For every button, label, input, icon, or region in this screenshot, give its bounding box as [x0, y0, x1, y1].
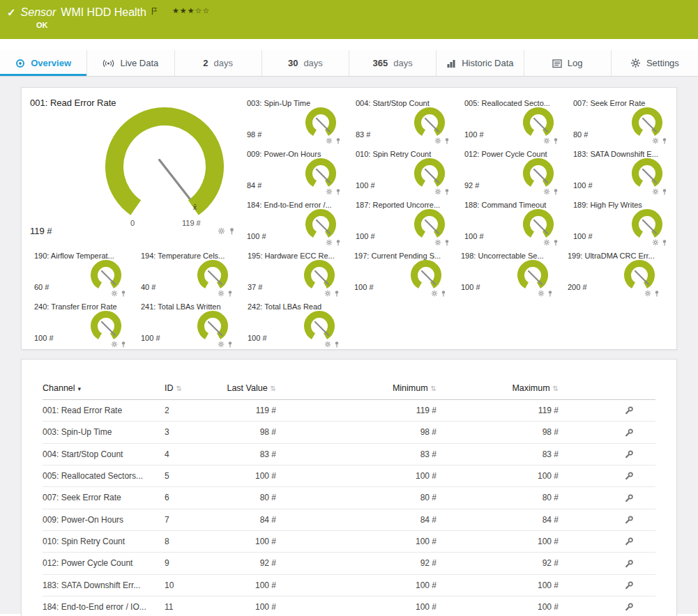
channel-name[interactable]: 012: Power Cycle Count — [43, 553, 165, 574]
gauge-pin-icon[interactable] — [552, 239, 559, 246]
column-header-channel[interactable]: Channel▾ — [43, 383, 165, 400]
column-header-maximum[interactable]: Maximum⇅ — [437, 383, 559, 400]
gauge-pin-icon[interactable] — [335, 239, 342, 246]
gauge-pin-icon[interactable] — [120, 341, 127, 348]
tab-30-days[interactable]: 30 days — [261, 50, 349, 76]
gauge-cell[interactable]: 195: Hardware ECC Re... 37 # — [242, 247, 349, 298]
gauge-settings-icon[interactable] — [326, 137, 333, 144]
gauge-settings-icon[interactable] — [111, 341, 118, 348]
gauge-cell[interactable]: 004: Start/Stop Count 83 # — [350, 95, 459, 146]
gauge-pin-icon[interactable] — [661, 188, 668, 195]
gauge-pin-icon[interactable] — [335, 188, 342, 195]
gauge-pin-icon[interactable] — [661, 239, 668, 246]
channel-name[interactable]: 001: Read Error Rate — [43, 400, 165, 422]
gauge-settings-icon[interactable] — [644, 290, 651, 297]
gauge-cell[interactable]: 183: SATA Downshift E... 100 # — [568, 146, 676, 197]
gauge-cell[interactable]: 190: Airflow Temperat... 60 # — [29, 247, 135, 298]
gauge-settings-icon[interactable] — [326, 188, 333, 195]
channel-settings-icon[interactable] — [624, 450, 633, 459]
channel-settings-icon[interactable] — [624, 429, 633, 438]
gauge-cell[interactable]: 187: Reported Uncorre... 100 # — [350, 197, 459, 247]
gauge-cell[interactable]: 240: Transfer Error Rate 100 # — [29, 298, 135, 349]
tab-live-data[interactable]: Live Data — [86, 50, 174, 76]
gauge-cell[interactable]: 188: Command Timeout 100 # — [459, 197, 568, 247]
gauge-cell[interactable]: 194: Temperature Cels... 40 # — [135, 247, 242, 298]
gauge-pin-icon[interactable] — [440, 290, 447, 297]
tab-overview[interactable]: Overview — [0, 50, 86, 76]
column-header-minimum[interactable]: Minimum⇅ — [276, 383, 437, 400]
gauge-cell[interactable]: 242: Total LBAs Read 100 # — [242, 298, 349, 349]
channel-settings-icon[interactable] — [624, 560, 633, 569]
gauge-settings-icon[interactable] — [324, 341, 331, 348]
gauge-settings-icon[interactable] — [431, 290, 438, 297]
gauge-pin-icon[interactable] — [335, 137, 342, 144]
gauge-pin-icon[interactable] — [333, 290, 340, 297]
gauge-pin-icon[interactable] — [227, 290, 234, 297]
gauge-cell[interactable]: 189: High Fly Writes 100 # — [568, 197, 676, 247]
priority-stars[interactable]: ★★★☆☆ — [172, 6, 210, 15]
gauge-cell[interactable]: 198: Uncorrectable Se... 100 # — [455, 247, 562, 298]
channel-settings-icon[interactable] — [624, 581, 633, 590]
gauge-cell[interactable]: 012: Power Cycle Count 92 # — [459, 146, 568, 197]
channel-settings-icon[interactable] — [624, 537, 633, 546]
gauge-pin-icon[interactable] — [333, 341, 340, 348]
gauge-settings-icon[interactable] — [543, 137, 550, 144]
channel-settings-icon[interactable] — [624, 494, 633, 503]
gauge-pin-icon[interactable] — [228, 227, 236, 235]
gauge-pin-icon[interactable] — [653, 290, 660, 297]
gauge-settings-icon[interactable] — [326, 239, 333, 246]
tab-settings[interactable]: Settings — [611, 50, 698, 76]
gauge-pin-icon[interactable] — [443, 137, 450, 144]
gauge-cell[interactable]: 197: Current Pending S... 100 # — [349, 247, 455, 298]
channel-name[interactable]: 004: Start/Stop Count — [43, 443, 165, 465]
gauge-settings-icon[interactable] — [538, 290, 545, 297]
channel-name[interactable]: 009: Power-On Hours — [43, 509, 165, 530]
gauge-cell[interactable]: 003: Spin-Up Time 98 # — [241, 95, 350, 146]
gauge-settings-icon[interactable] — [218, 341, 225, 348]
gauge-cell[interactable]: 010: Spin Retry Count 100 # — [350, 146, 459, 197]
channel-name[interactable]: 184: End-to-End error / IO... — [43, 596, 165, 616]
gauge-read-error-rate[interactable]: 001: Read Error Rate 0 119 # x̄ 119 # — [22, 88, 241, 247]
flag-icon[interactable] — [151, 7, 158, 15]
gauge-settings-icon[interactable] — [218, 290, 225, 297]
gauge-pin-icon[interactable] — [547, 290, 554, 297]
gauge-pin-icon[interactable] — [552, 137, 559, 144]
gauge-settings-icon[interactable] — [434, 239, 441, 246]
gauge-pin-icon[interactable] — [443, 188, 450, 195]
gauge-pin-icon[interactable] — [443, 239, 450, 246]
channel-settings-icon[interactable] — [624, 516, 633, 525]
gauge-settings-icon[interactable] — [543, 239, 550, 246]
channel-name[interactable]: 005: Reallocated Sectors... — [43, 465, 165, 486]
tab-historic-data[interactable]: Historic Data — [436, 50, 523, 76]
column-header-last-value[interactable]: Last Value⇅ — [210, 383, 276, 400]
channel-name[interactable]: 003: Spin-Up Time — [43, 422, 165, 443]
gauge-cell[interactable]: 007: Seek Error Rate 80 # — [568, 95, 676, 146]
gauge-settings-icon[interactable] — [543, 188, 550, 195]
gauge-cell[interactable]: 005: Reallocated Secto... 100 # — [459, 95, 568, 146]
gauge-cell[interactable]: 199: UltraDMA CRC Err... 200 # — [562, 247, 669, 298]
channel-settings-icon[interactable] — [624, 406, 633, 415]
gauge-settings-icon[interactable] — [652, 137, 659, 144]
gauge-settings-icon[interactable] — [434, 137, 441, 144]
gauge-pin-icon[interactable] — [552, 188, 559, 195]
channel-settings-icon[interactable] — [624, 603, 633, 612]
tab-2-days[interactable]: 2 days — [174, 50, 261, 76]
gauge-pin-icon[interactable] — [227, 341, 234, 348]
column-header-id[interactable]: ID⇅ — [165, 383, 210, 400]
gauge-settings-icon[interactable] — [324, 290, 331, 297]
gauge-settings-icon[interactable] — [652, 239, 659, 246]
gauge-settings-icon[interactable] — [111, 290, 118, 297]
gauge-cell[interactable]: 184: End-to-End error /... 100 # — [241, 197, 350, 247]
gauge-settings-icon[interactable] — [652, 188, 659, 195]
channel-settings-icon[interactable] — [624, 472, 633, 481]
gauge-settings-icon[interactable] — [434, 188, 441, 195]
tab-365-days[interactable]: 365 days — [349, 50, 436, 76]
gauge-pin-icon[interactable] — [661, 137, 668, 144]
channel-name[interactable]: 010: Spin Retry Count — [43, 530, 165, 552]
gauge-cell[interactable]: 241: Total LBAs Written 100 # — [135, 298, 242, 349]
channel-name[interactable]: 183: SATA Downshift Err... — [43, 574, 165, 596]
gauge-cell[interactable]: 009: Power-On Hours 84 # — [241, 146, 350, 197]
tab-log[interactable]: Log — [524, 50, 611, 76]
gauge-pin-icon[interactable] — [120, 290, 127, 297]
gauge-settings-icon[interactable] — [218, 227, 225, 235]
